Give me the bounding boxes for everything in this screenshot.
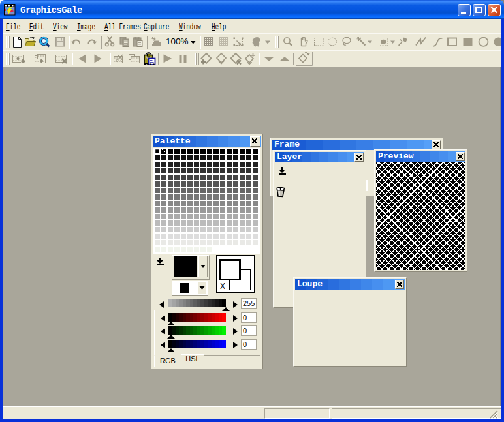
svg-text:100%: 100% xyxy=(166,37,189,46)
